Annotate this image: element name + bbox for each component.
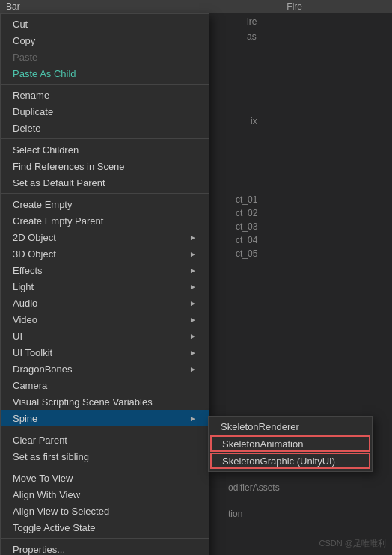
menu-item-create-empty-parent[interactable]: Create Empty Parent <box>1 212 209 229</box>
menu-item-ui[interactable]: UI ► <box>1 328 209 344</box>
submenu-item-skeleton-animation[interactable]: SkeletonAnimation <box>210 435 370 452</box>
menu-item-rename[interactable]: Rename <box>1 87 209 103</box>
menu-item-properties[interactable]: Properties... <box>1 541 209 555</box>
submenu-item-skeleton-renderer[interactable]: SkeletonRenderer <box>209 418 372 435</box>
separator-6 <box>1 538 209 539</box>
menu-item-align-view-to-selected[interactable]: Align View to Selected <box>1 503 209 519</box>
bg-label-ix: ix <box>251 116 257 126</box>
arrow-icon-spine: ► <box>189 414 197 423</box>
menu-item-light[interactable]: Light ► <box>1 278 209 295</box>
menu-item-2d-object[interactable]: 2D Object ► <box>1 229 209 245</box>
menu-item-toggle-active[interactable]: Toggle Active State <box>1 519 209 536</box>
menu-item-video[interactable]: Video ► <box>1 311 209 328</box>
menu-item-camera[interactable]: Camera <box>1 377 209 393</box>
menu-item-visual-scripting[interactable]: Visual Scripting Scene Variables <box>1 393 209 410</box>
arrow-icon-audio: ► <box>189 299 197 307</box>
arrow-icon-uitoolkit: ► <box>189 349 197 357</box>
menu-item-duplicate[interactable]: Duplicate <box>1 103 209 120</box>
separator-5 <box>1 467 209 467</box>
menu-item-select-children[interactable]: Select Children <box>1 141 209 158</box>
menu-item-paste-as-child[interactable]: Paste As Child <box>1 65 209 82</box>
menu-item-audio[interactable]: Audio ► <box>1 295 209 311</box>
topbar-left-label: Bar <box>6 1 20 12</box>
separator-2 <box>1 138 209 139</box>
bg-label-tion: tion <box>228 509 242 519</box>
separator-4 <box>1 429 209 429</box>
menu-item-ui-toolkit[interactable]: UI Toolkit ► <box>1 344 209 361</box>
bg-label-ire: ire <box>247 16 257 27</box>
menu-item-effects[interactable]: Effects ► <box>1 262 209 278</box>
top-bar: Bar Fire <box>0 0 392 13</box>
menu-item-paste: Paste <box>1 49 209 65</box>
topbar-right-label: Fire <box>287 1 302 12</box>
bg-label-as: as <box>247 31 257 42</box>
bg-label-ct01: ct_01 <box>236 194 257 205</box>
menu-item-align-with-view[interactable]: Align With View <box>1 486 209 503</box>
bg-label-ct05: ct_05 <box>236 248 257 259</box>
menu-item-set-first-sibling[interactable]: Set as first sibling <box>1 448 209 464</box>
separator-1 <box>1 84 209 85</box>
menu-item-create-empty[interactable]: Create Empty <box>1 196 209 212</box>
arrow-icon-light: ► <box>189 283 197 291</box>
menu-item-dragonbones[interactable]: DragonBones ► <box>1 361 209 377</box>
menu-item-move-to-view[interactable]: Move To View <box>1 470 209 486</box>
menu-item-cut[interactable]: Cut <box>1 16 209 32</box>
menu-item-spine[interactable]: Spine ► <box>1 410 209 426</box>
arrow-icon-effects: ► <box>189 266 197 275</box>
arrow-icon-ui: ► <box>189 332 197 340</box>
bg-label-ct03: ct_03 <box>236 221 257 232</box>
context-menu: Cut Copy Paste Paste As Child Rename Dup… <box>0 13 209 555</box>
bg-label-ct02: ct_02 <box>236 208 257 218</box>
menu-item-clear-parent[interactable]: Clear Parent <box>1 432 209 448</box>
bg-label-ct04: ct_04 <box>236 235 257 245</box>
arrow-icon-video: ► <box>189 316 197 324</box>
menu-item-3d-object[interactable]: 3D Object ► <box>1 245 209 262</box>
menu-item-delete[interactable]: Delete <box>1 120 209 136</box>
arrow-icon-2d: ► <box>189 233 197 242</box>
separator-3 <box>1 193 209 194</box>
menu-item-copy[interactable]: Copy <box>1 32 209 49</box>
spine-submenu: SkeletonRenderer SkeletonAnimation Skele… <box>208 416 373 472</box>
bg-label-modifierassets: odifierAssets <box>228 482 280 493</box>
arrow-icon-dragonbones: ► <box>189 365 197 373</box>
submenu-item-skeleton-graphic[interactable]: SkeletonGraphic (UnityUI) <box>210 453 370 469</box>
menu-item-find-references[interactable]: Find References in Scene <box>1 158 209 174</box>
arrow-icon-3d: ► <box>189 250 197 258</box>
menu-item-set-default-parent[interactable]: Set as Default Parent <box>1 174 209 191</box>
watermark: CSDN @足唯唯利 <box>319 538 386 549</box>
